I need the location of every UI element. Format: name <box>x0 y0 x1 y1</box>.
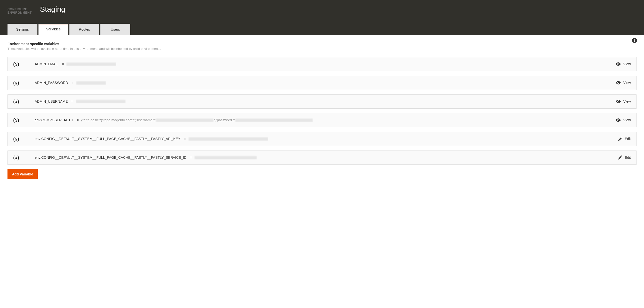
equals-sign: = <box>62 62 64 66</box>
variable-list: (x) ADMIN_EMAIL = View (x) ADMIN_PASSWOR… <box>8 57 636 165</box>
variable-name: env:COMPOSER_AUTH <box>35 118 73 122</box>
equals-sign: = <box>190 155 192 159</box>
variable-name: env:CONFIG__DEFAULT__SYSTEM__FULL_PAGE_C… <box>35 137 180 141</box>
variable-value <box>188 137 268 141</box>
tab-variables[interactable]: Variables <box>38 24 68 35</box>
header: CONFIGURE ENVIRONMENT Staging Settings V… <box>0 0 644 35</box>
variable-row: (x) env:CONFIG__DEFAULT__SYSTEM__FULL_PA… <box>8 151 636 165</box>
variable-value <box>194 155 257 159</box>
eye-icon <box>616 81 621 84</box>
main-content: ? Environment-specific variables These v… <box>0 35 644 189</box>
tab-settings[interactable]: Settings <box>8 24 38 35</box>
tab-users[interactable]: Users <box>100 24 130 35</box>
action-label: View <box>623 99 631 103</box>
equals-sign: = <box>72 81 74 85</box>
variable-row: (x) ADMIN_USERNAME = View <box>8 94 636 109</box>
variable-name: ADMIN_PASSWORD <box>35 81 68 85</box>
equals-sign: = <box>184 137 186 141</box>
pencil-icon <box>618 155 622 159</box>
eye-icon <box>616 62 621 66</box>
action-label: Edit <box>625 155 631 159</box>
action-label: View <box>623 81 631 85</box>
equals-sign: = <box>77 118 79 122</box>
tabs: Settings Variables Routes Users <box>8 24 644 35</box>
variable-row: (x) env:COMPOSER_AUTH = {"http-basic":{"… <box>8 113 636 127</box>
view-action[interactable]: View <box>616 118 631 122</box>
view-action[interactable]: View <box>616 81 631 85</box>
breadcrumb: CONFIGURE ENVIRONMENT <box>8 7 644 15</box>
variable-value <box>66 62 116 66</box>
action-label: Edit <box>625 137 631 141</box>
action-label: View <box>623 118 631 122</box>
section-subtitle: These variables will be available at run… <box>8 47 636 51</box>
variable-name: env:CONFIG__DEFAULT__SYSTEM__FULL_PAGE_C… <box>35 155 186 159</box>
variable-name: ADMIN_USERNAME <box>35 99 68 103</box>
variable-row: (x) ADMIN_EMAIL = View <box>8 57 636 71</box>
view-action[interactable]: View <box>616 99 631 103</box>
pencil-icon <box>618 137 622 141</box>
variable-icon: (x) <box>13 80 35 86</box>
variable-icon: (x) <box>13 136 35 142</box>
variable-value <box>76 99 126 103</box>
action-label: View <box>623 62 631 66</box>
tab-routes[interactable]: Routes <box>70 24 99 35</box>
variable-icon: (x) <box>13 117 35 123</box>
variable-icon: (x) <box>13 61 35 67</box>
page-title: Staging <box>40 5 66 13</box>
equals-sign: = <box>71 99 73 103</box>
section-title: Environment-specific variables <box>8 42 636 46</box>
help-button[interactable]: ? <box>632 38 637 43</box>
view-action[interactable]: View <box>616 62 631 66</box>
add-variable-button[interactable]: Add Variable <box>8 169 38 179</box>
breadcrumb-line1: CONFIGURE <box>8 7 644 11</box>
edit-action[interactable]: Edit <box>618 155 631 159</box>
edit-action[interactable]: Edit <box>618 137 631 141</box>
variable-icon: (x) <box>13 99 35 104</box>
variable-value <box>76 81 106 85</box>
eye-icon <box>616 118 621 122</box>
variable-name: ADMIN_EMAIL <box>35 62 58 66</box>
breadcrumb-line2: ENVIRONMENT <box>8 11 644 14</box>
variable-icon: (x) <box>13 155 35 160</box>
variable-value: {"http-basic":{"repo.magento.com":{"user… <box>81 118 313 122</box>
eye-icon <box>616 100 621 103</box>
variable-row: (x) env:CONFIG__DEFAULT__SYSTEM__FULL_PA… <box>8 132 636 146</box>
variable-row: (x) ADMIN_PASSWORD = View <box>8 76 636 90</box>
